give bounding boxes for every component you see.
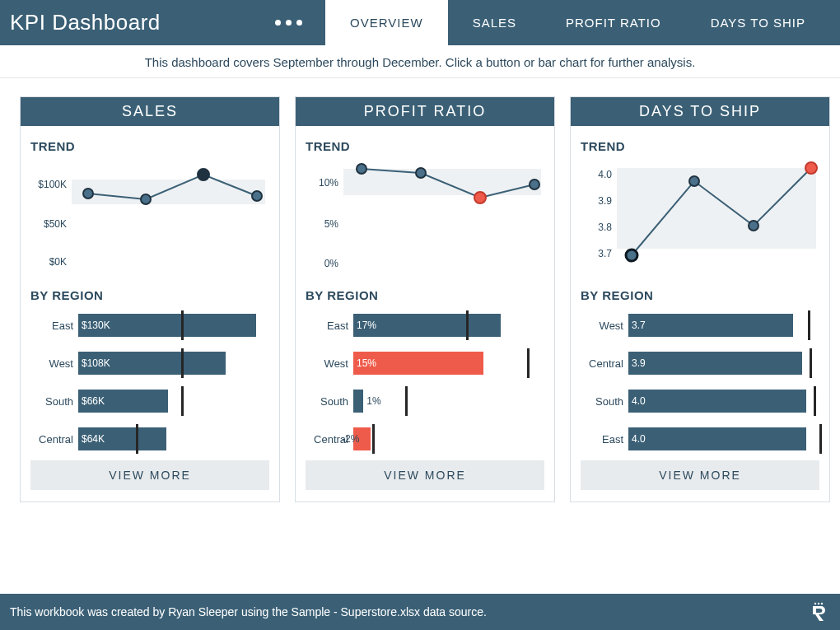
ytick: 5% bbox=[324, 218, 339, 230]
profit-region-chart[interactable]: East 17% West 15% South 1% Central -2% bbox=[306, 309, 544, 460]
ship-trend-chart[interactable]: 4.0 3.9 3.8 3.7 bbox=[581, 156, 819, 280]
svg-point-12 bbox=[689, 176, 699, 186]
ytick: $0K bbox=[49, 256, 67, 268]
ship-view-more-button[interactable]: VIEW MORE bbox=[581, 460, 819, 490]
svg-point-15 bbox=[814, 603, 816, 604]
bar-row: South 1% bbox=[306, 385, 544, 418]
panel-profit-ratio: PROFIT RATIO TREND 10% 5% 0% BY REGION bbox=[295, 96, 555, 502]
profit-trend-label: TREND bbox=[306, 139, 544, 153]
ytick: 3.7 bbox=[598, 248, 612, 259]
footer: This workbook was created by Ryan Sleepe… bbox=[0, 594, 840, 630]
tab-bar: OVERVIEW SALES PROFIT RATIO DAYS TO SHIP bbox=[325, 0, 830, 45]
ytick: 3.9 bbox=[598, 195, 612, 207]
ship-trend-label: TREND bbox=[581, 139, 819, 153]
panel-container: SALES TREND $100K $50K $0K bbox=[0, 78, 840, 511]
sales-region-label: BY REGION bbox=[30, 288, 269, 302]
panel-sales: SALES TREND $100K $50K $0K bbox=[20, 96, 280, 502]
svg-point-6 bbox=[357, 164, 366, 174]
bar-row: East $130K bbox=[30, 309, 269, 342]
app-title: KPI Dashboard bbox=[10, 10, 161, 35]
bar-row: Central -2% bbox=[306, 422, 544, 455]
tab-sales[interactable]: SALES bbox=[448, 0, 541, 45]
svg-point-7 bbox=[416, 168, 426, 178]
bar-row: West 15% bbox=[306, 347, 544, 380]
panel-profit-title: PROFIT RATIO bbox=[296, 97, 554, 126]
panel-ship-title: DAYS TO SHIP bbox=[571, 97, 829, 126]
bar-row: East 4.0 bbox=[581, 422, 819, 455]
dashboard-subtitle: This dashboard covers September through … bbox=[0, 45, 840, 78]
topbar: KPI Dashboard OVERVIEW SALES PROFIT RATI… bbox=[0, 0, 840, 45]
footer-text: This workbook was created by Ryan Sleepe… bbox=[10, 605, 487, 618]
panel-sales-title: SALES bbox=[21, 97, 279, 126]
panel-days-to-ship: DAYS TO SHIP TREND 4.0 3.9 3.8 3.7 BY RE… bbox=[570, 96, 830, 502]
ship-region-chart[interactable]: West 3.7 Central 3.9 South 4.0 East 4.0 bbox=[581, 309, 819, 460]
svg-point-4 bbox=[252, 191, 262, 201]
sales-trend-label: TREND bbox=[30, 139, 269, 153]
ship-region-label: BY REGION bbox=[581, 288, 819, 302]
svg-point-17 bbox=[821, 603, 823, 604]
bar-row: Central 3.9 bbox=[581, 347, 819, 380]
profit-trend-chart[interactable]: 10% 5% 0% bbox=[306, 156, 544, 280]
svg-point-2 bbox=[141, 194, 151, 204]
ytick: 3.8 bbox=[598, 222, 612, 233]
ytick: 0% bbox=[324, 258, 339, 269]
svg-point-8 bbox=[474, 192, 486, 203]
svg-point-3 bbox=[198, 169, 209, 180]
bar-row: East 17% bbox=[306, 309, 544, 342]
tab-days-to-ship[interactable]: DAYS TO SHIP bbox=[686, 0, 830, 45]
sales-trend-chart[interactable]: $100K $50K $0K bbox=[30, 156, 269, 280]
svg-point-1 bbox=[83, 189, 93, 198]
ytick: 10% bbox=[319, 177, 338, 189]
svg-point-11 bbox=[626, 250, 637, 261]
profit-view-more-button[interactable]: VIEW MORE bbox=[306, 460, 544, 490]
svg-point-14 bbox=[805, 162, 817, 174]
profit-region-label: BY REGION bbox=[306, 288, 544, 302]
bar-row: South 4.0 bbox=[581, 385, 819, 418]
bar-row: Central $64K bbox=[30, 422, 269, 455]
bar-row: West 3.7 bbox=[581, 309, 819, 342]
svg-point-9 bbox=[530, 180, 539, 189]
tab-profit-ratio[interactable]: PROFIT RATIO bbox=[541, 0, 686, 45]
ytick: 4.0 bbox=[598, 169, 612, 180]
bar-row: West $108K bbox=[30, 347, 269, 380]
author-logo-icon bbox=[807, 600, 830, 623]
ytick: $50K bbox=[44, 218, 67, 230]
bar-row: South $66K bbox=[30, 385, 269, 418]
svg-rect-0 bbox=[72, 180, 265, 204]
ytick: $100K bbox=[38, 179, 67, 190]
sales-region-chart[interactable]: East $130K West $108K South $66K Central… bbox=[30, 309, 269, 460]
tab-overview[interactable]: OVERVIEW bbox=[325, 0, 448, 45]
svg-point-16 bbox=[818, 603, 819, 604]
more-dots-icon[interactable] bbox=[252, 20, 325, 26]
sales-view-more-button[interactable]: VIEW MORE bbox=[30, 460, 269, 490]
svg-point-13 bbox=[749, 221, 758, 231]
